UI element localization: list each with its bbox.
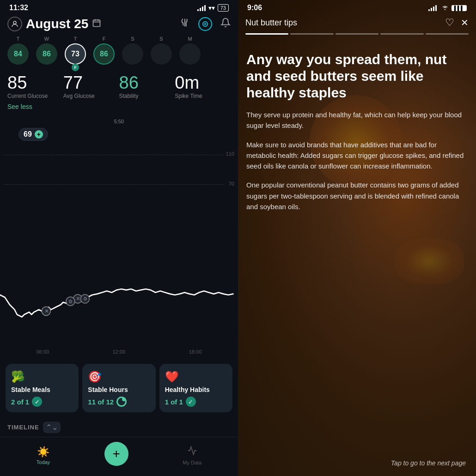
metric-avg-glucose: 77 Avg Glucose bbox=[63, 74, 119, 99]
metric-value-glucose: 85 bbox=[7, 74, 63, 91]
battery-icon-right: ▌▌▌ bbox=[452, 5, 467, 11]
today-icon: ☀️ bbox=[37, 446, 49, 458]
chart-svg: ✕ ✕ ⚙ ⚙ bbox=[0, 265, 238, 344]
metrics-row: 85 Current Glucose 77 Avg Glucose 86 Sta… bbox=[0, 68, 238, 101]
chart-line-110 bbox=[5, 155, 224, 155]
chart-y-label-70: 70 bbox=[229, 181, 234, 187]
svg-text:✕: ✕ bbox=[44, 308, 49, 314]
card-progress-text-hours: 11 of 12 bbox=[88, 398, 114, 406]
fork-knife-icon[interactable] bbox=[180, 18, 190, 30]
app-header: August 25 bbox=[0, 14, 238, 35]
chart-x-label-1800: 18:00 bbox=[189, 349, 202, 355]
card-title-meals: Stable Meals bbox=[11, 386, 73, 394]
card-progress-habits: 1 of 1 ✓ bbox=[165, 397, 227, 407]
status-bar-right: 9:06 ▌▌▌ bbox=[238, 0, 476, 14]
day-item-s1[interactable]: S bbox=[119, 36, 146, 65]
ring-icon-hours bbox=[116, 397, 127, 407]
my-data-icon bbox=[187, 446, 197, 458]
metric-label-stability: Stability bbox=[119, 93, 175, 99]
card-title-habits: Healthy Habits bbox=[165, 386, 227, 394]
status-time-left: 11:32 bbox=[9, 4, 28, 12]
progress-dot-3 bbox=[336, 33, 378, 35]
header-left: August 25 bbox=[7, 17, 101, 31]
card-icon-hours: 🎯 bbox=[88, 370, 150, 383]
day-item-m[interactable]: M bbox=[177, 36, 203, 65]
left-panel: 11:32 ▾▾ 73 August 25 bbox=[0, 0, 238, 476]
article-tap-hint[interactable]: Tap to go to the next page bbox=[246, 459, 468, 467]
metric-label-spike: Spike Time bbox=[175, 93, 231, 99]
status-bar-left: 11:32 ▾▾ 73 bbox=[0, 0, 238, 14]
chart-x-labels: 06:00 12:00 18:00 bbox=[0, 349, 238, 355]
chart-bubble[interactable]: 69 + bbox=[18, 128, 48, 141]
heart-button[interactable]: ♡ bbox=[445, 17, 454, 29]
bell-icon[interactable] bbox=[220, 18, 231, 30]
card-progress-meals: 2 of 1 ✓ bbox=[11, 397, 73, 407]
chart-x-label-1200: 12:00 bbox=[113, 349, 126, 355]
chart-time-label: 5:50 bbox=[114, 119, 124, 124]
card-title-hours: Stable Hours bbox=[88, 386, 150, 394]
metric-spike: 0m Spike Time bbox=[175, 74, 231, 99]
card-stable-meals[interactable]: 🥦 Stable Meals 2 of 1 ✓ bbox=[6, 364, 79, 412]
signal-icon bbox=[197, 5, 206, 11]
card-progress-text-meals: 2 of 1 bbox=[11, 398, 29, 406]
day-item-w[interactable]: W 86 bbox=[33, 36, 60, 65]
svg-text:✕: ✕ bbox=[76, 296, 80, 302]
avatar-icon[interactable] bbox=[7, 17, 22, 31]
svg-rect-1 bbox=[93, 20, 100, 26]
day-item-t2[interactable]: T 73 F bbox=[62, 36, 89, 65]
close-button[interactable]: ✕ bbox=[461, 17, 469, 28]
article-para-1: They serve up protein and healthy fat, w… bbox=[246, 109, 468, 131]
status-icons-right: ▌▌▌ bbox=[428, 4, 467, 12]
nav-add-button[interactable]: + bbox=[104, 442, 128, 466]
chart-y-label-110: 110 bbox=[226, 151, 234, 157]
chart-bubble-value: 69 bbox=[24, 130, 32, 139]
right-panel: 9:06 ▌▌▌ Nut butter tips ♡ ✕ bbox=[238, 0, 476, 476]
today-label: Today bbox=[37, 459, 50, 465]
card-stable-hours[interactable]: 🎯 Stable Hours 11 of 12 bbox=[82, 364, 155, 412]
metric-value-stability: 86 bbox=[119, 74, 175, 91]
article-body: Any way you spread them, nut and seed bu… bbox=[238, 42, 476, 476]
card-healthy-habits[interactable]: ❤️ Healthy Habits 1 of 1 ✓ bbox=[159, 364, 232, 412]
article-headline: Any way you spread them, nut and seed bu… bbox=[246, 51, 468, 101]
article-title: Nut butter tips bbox=[245, 18, 297, 28]
day-item-s2[interactable]: S bbox=[148, 36, 175, 65]
cards-row: 🥦 Stable Meals 2 of 1 ✓ 🎯 Stable Hours 1… bbox=[0, 364, 238, 418]
svg-text:⚙: ⚙ bbox=[68, 299, 73, 304]
see-less-button[interactable]: See less bbox=[0, 101, 238, 114]
chart-add-button[interactable]: + bbox=[35, 130, 43, 139]
chart-area: 5:50 69 + 110 70 ✕ ✕ bbox=[0, 114, 238, 360]
day-selector: T 84 W 86 T 73 F F 86 S S M bbox=[0, 35, 238, 68]
check-circle-habits: ✓ bbox=[186, 397, 196, 407]
card-icon-meals: 🥦 bbox=[11, 370, 73, 383]
my-data-label: My Data bbox=[183, 460, 201, 465]
wifi-icon: ▾▾ bbox=[208, 4, 215, 12]
check-circle-meals: ✓ bbox=[32, 397, 42, 407]
bottom-nav: ☀️ Today + My Data bbox=[0, 437, 238, 476]
date-title: August 25 bbox=[26, 17, 88, 31]
metric-value-avg: 77 bbox=[63, 74, 119, 91]
status-time-right: 9:06 bbox=[247, 4, 262, 12]
nav-my-data[interactable]: My Data bbox=[183, 446, 201, 465]
header-actions: ♡ ✕ bbox=[445, 17, 469, 29]
wifi-icon-right bbox=[441, 4, 449, 12]
day-item-f[interactable]: F 86 bbox=[91, 36, 117, 65]
metric-current-glucose: 85 Current Glucose bbox=[7, 74, 63, 99]
metric-value-spike: 0m bbox=[175, 74, 231, 91]
progress-dots bbox=[238, 33, 476, 42]
timeline-toggle[interactable]: ⌃⌄ bbox=[43, 422, 61, 433]
nav-today[interactable]: ☀️ Today bbox=[37, 446, 50, 465]
calendar-icon[interactable] bbox=[92, 18, 101, 30]
metric-label-glucose: Current Glucose bbox=[7, 93, 63, 99]
svg-text:⚙: ⚙ bbox=[83, 296, 88, 302]
status-icons-left: ▾▾ 73 bbox=[197, 4, 229, 12]
target-icon[interactable] bbox=[198, 17, 212, 31]
chart-line-70 bbox=[5, 184, 224, 185]
timeline-bar: TIMELINE ⌃⌄ bbox=[0, 418, 238, 437]
timeline-label: TIMELINE bbox=[7, 424, 39, 431]
article-header: Nut butter tips ♡ ✕ bbox=[238, 14, 476, 33]
progress-dot-2 bbox=[290, 33, 333, 35]
battery-icon: 73 bbox=[218, 4, 229, 12]
card-progress-hours: 11 of 12 bbox=[88, 397, 150, 407]
day-item-t1[interactable]: T 84 bbox=[5, 36, 31, 65]
article-para-3: One popular conventional peanut butter c… bbox=[246, 180, 468, 212]
